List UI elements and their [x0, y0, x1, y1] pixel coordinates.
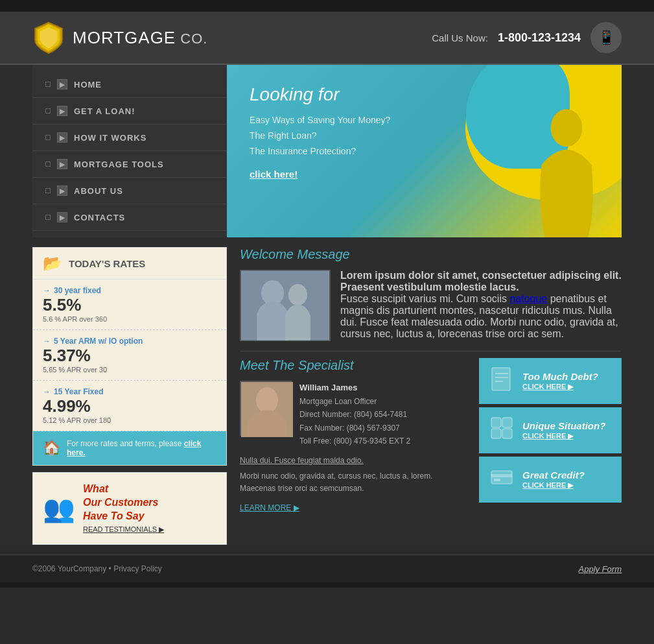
content-wrapper: 📂 TODAY'S RATES → 30 year fixed 5.5% 5.6…	[0, 237, 654, 545]
svg-rect-17	[494, 479, 500, 481]
svg-rect-13	[491, 429, 501, 438]
nav-arrow-icon: ▶	[57, 212, 67, 222]
rate-percent-30yr: 5.5%	[43, 295, 216, 315]
welcome-bold: Lorem ipsum dolor sit amet, consectetuer…	[340, 270, 622, 292]
nav-arrow-icon: ▶	[57, 79, 67, 89]
specialist-link[interactable]: Nulla dui. Fusce feugiat malda odio.	[240, 456, 469, 465]
read-testimonials-link[interactable]: READ TESTIMONIALS ▶	[83, 525, 164, 533]
nav-bullet	[45, 215, 51, 220]
learn-more-link[interactable]: LEARN MORE ▶	[240, 503, 299, 512]
nav-arrow-icon: ▶	[57, 106, 67, 116]
welcome-photo	[240, 270, 331, 341]
footer-right: Apply Form	[579, 563, 622, 575]
testimonials-icon: 👥	[43, 494, 75, 524]
rate-apr-15yr: 5.12 % APR over 180	[43, 416, 216, 424]
specialist-tollfree: Toll Free: (800) 475-9345 EXT 2	[299, 435, 410, 447]
action-box-debt[interactable]: Too Much Debt? CLICK HERE ▶	[479, 358, 622, 404]
footer: ©2006 YourCompany • Privacy Policy Apply…	[0, 555, 654, 582]
testimonials-title: What Our Customers Have To Say	[83, 483, 164, 523]
rate-apr-30yr: 5.6 % APR over 360	[43, 315, 216, 323]
svg-rect-14	[502, 429, 512, 438]
svg-point-6	[256, 387, 278, 413]
debt-title: Too Much Debt?	[522, 371, 598, 383]
unique-link: CLICK HERE ▶	[522, 432, 605, 440]
credit-title: Great Credit?	[522, 470, 585, 481]
nav-label-get-a-loan: GET A LOAN!	[74, 106, 135, 116]
specialist-title: Meet The Specialist	[240, 358, 469, 373]
natoque-link[interactable]: natoque	[509, 293, 547, 304]
unique-title: Unique Situation?	[522, 420, 605, 432]
hero-banner: Looking for Easy Ways of Saving Your Mon…	[227, 65, 622, 237]
specialist-direct: Direct Number: (804) 654-7481	[299, 408, 410, 421]
svg-rect-11	[491, 418, 501, 427]
specialist-info: William James Mortgage Loan Officer Dire…	[299, 381, 410, 448]
left-column: 📂 TODAY'S RATES → 30 year fixed 5.5% 5.6…	[32, 247, 227, 545]
nav-label-mortgage-tools: MORTGAGE TOOLS	[74, 160, 164, 169]
phone-icon: 📱	[590, 22, 622, 53]
nav-arrow-icon: ▶	[57, 132, 67, 143]
nav-bullet	[45, 135, 51, 140]
sidebar: ▶ HOME ▶ GET A LOAN! ▶ HOW IT WORKS	[32, 65, 227, 237]
rates-title: TODAY'S RATES	[69, 258, 145, 269]
nav-bullet	[45, 82, 51, 87]
phone-number: 1-800-123-1234	[498, 31, 581, 45]
testimonials-box: 👥 What Our Customers Have To Say READ TE…	[32, 472, 227, 545]
nav-arrow-icon: ▶	[57, 159, 67, 169]
rate-percent-5yr: 5.37%	[43, 346, 216, 366]
nav-item-about-us[interactable]: ▶ ABOUT US	[32, 178, 227, 204]
hero-line2: The Right Loan?	[250, 128, 599, 144]
main-wrapper: ▶ HOME ▶ GET A LOAN! ▶ HOW IT WORKS	[0, 65, 654, 237]
nav-label-how-it-works: HOW IT WORKS	[74, 133, 146, 143]
hero-cta-link[interactable]: click here!	[250, 169, 298, 180]
nav-item-mortgage-tools[interactable]: ▶ MORTGAGE TOOLS	[32, 151, 227, 178]
nav-item-get-a-loan[interactable]: ▶ GET A LOAN!	[32, 98, 227, 125]
welcome-text: Lorem ipsum dolor sit amet, consectetuer…	[340, 270, 622, 341]
credit-link: CLICK HERE ▶	[522, 481, 585, 490]
rates-folder-icon: 📂	[43, 254, 62, 272]
hero-title: Looking for	[250, 84, 599, 105]
action-box-credit[interactable]: Great Credit? CLICK HERE ▶	[479, 457, 622, 503]
rates-box: 📂 TODAY'S RATES → 30 year fixed 5.5% 5.6…	[32, 247, 227, 466]
welcome-section: Welcome Message	[240, 247, 622, 341]
welcome-content: Lorem ipsum dolor sit amet, consectetuer…	[240, 270, 622, 341]
svg-rect-4	[241, 271, 329, 340]
action-boxes: Too Much Debt? CLICK HERE ▶	[479, 358, 622, 513]
rate-label-30yr: → 30 year fixed	[43, 286, 216, 295]
nav-label-home: HOME	[74, 80, 102, 89]
content-layout: 📂 TODAY'S RATES → 30 year fixed 5.5% 5.6…	[32, 237, 622, 545]
nav-item-how-it-works[interactable]: ▶ HOW IT WORKS	[32, 125, 227, 151]
bottom-strip	[0, 582, 654, 588]
action-box-text-credit: Great Credit? CLICK HERE ▶	[522, 470, 585, 490]
logo-shield-icon	[32, 21, 65, 54]
section-divider	[240, 351, 622, 352]
rates-header: 📂 TODAY'S RATES	[33, 248, 226, 280]
nav-label-contacts: CONTACTS	[74, 213, 125, 222]
welcome-body: Fusce suscipit varius mi. Cum sociis nat…	[340, 293, 622, 340]
nav-bullet	[45, 161, 51, 167]
hero-content: Looking for Easy Ways of Saving Your Mon…	[250, 84, 599, 180]
apply-form-link[interactable]: Apply Form	[579, 564, 622, 574]
house-icon: 🏠	[43, 440, 60, 457]
rate-label-5yr: → 5 Year ARM w/ IO option	[43, 337, 216, 346]
debt-link: CLICK HERE ▶	[522, 383, 598, 391]
nav-menu: ▶ HOME ▶ GET A LOAN! ▶ HOW IT WORKS	[32, 65, 227, 237]
rate-percent-15yr: 4.99%	[43, 396, 216, 416]
right-column: Welcome Message	[240, 247, 622, 545]
specialist-name: William James	[299, 381, 410, 395]
action-box-text-unique: Unique Situation? CLICK HERE ▶	[522, 420, 605, 440]
specialist-role: Mortgage Loan Officer	[299, 395, 410, 408]
nav-item-contacts[interactable]: ▶ CONTACTS	[32, 204, 227, 231]
logo-area: MORTGAGE CO.	[32, 21, 207, 54]
specialist-photo-image	[241, 382, 293, 437]
specialist-body: Morbi nunc odio, gravida at, cursus nec,…	[240, 470, 469, 495]
phone-label: Call Us Now:	[432, 32, 488, 43]
nav-bullet	[45, 108, 51, 113]
testimonials-text: What Our Customers Have To Say READ TEST…	[83, 483, 164, 534]
nav-item-home[interactable]: ▶ HOME	[32, 71, 227, 98]
welcome-title: Welcome Message	[240, 247, 622, 262]
hero-subtitle: Easy Ways of Saving Your Money? The Righ…	[250, 113, 599, 159]
action-box-unique[interactable]: Unique Situation? CLICK HERE ▶	[479, 407, 622, 453]
nav-arrow-icon: ▶	[57, 185, 67, 196]
debt-icon	[489, 366, 515, 396]
svg-rect-12	[502, 418, 512, 427]
